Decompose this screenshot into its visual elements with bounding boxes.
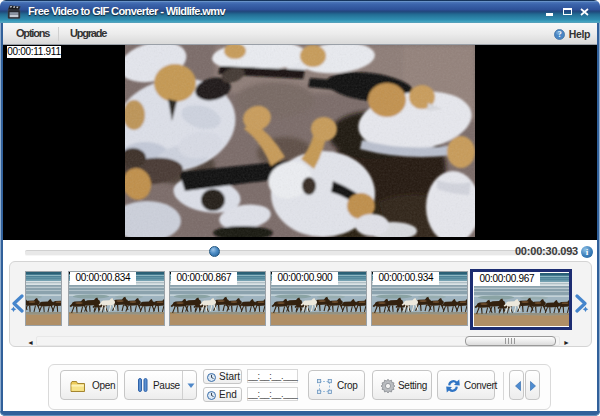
svg-text:?: ?	[558, 30, 562, 39]
